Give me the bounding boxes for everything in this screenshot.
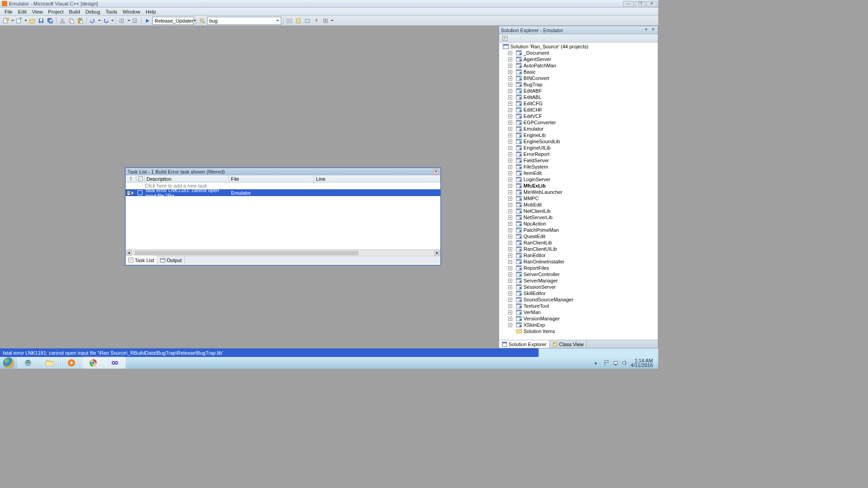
cut-button[interactable] bbox=[58, 17, 66, 25]
expander-icon[interactable]: + bbox=[508, 133, 512, 137]
project-mmpc[interactable]: +MMPC bbox=[499, 195, 658, 202]
start-debug-button[interactable] bbox=[143, 17, 151, 25]
tray-clock[interactable]: 1:14 AM 4/11/2016 bbox=[631, 358, 653, 367]
tray-volume-icon[interactable] bbox=[622, 360, 628, 366]
dropdown-icon[interactable] bbox=[24, 20, 27, 22]
project-servercontroller[interactable]: +ServerController bbox=[499, 271, 658, 277]
col-check[interactable]: ✓ bbox=[137, 175, 145, 182]
close-button[interactable]: ✕ bbox=[646, 1, 657, 7]
expander-icon[interactable]: + bbox=[508, 171, 512, 175]
expander-icon[interactable]: + bbox=[508, 51, 512, 55]
col-file[interactable]: File bbox=[229, 175, 314, 182]
menu-help[interactable]: Help bbox=[143, 9, 159, 14]
panel-close-button[interactable]: ✕ bbox=[650, 27, 656, 33]
expander-icon[interactable]: + bbox=[508, 95, 512, 99]
project-sessionserver[interactable]: +SessionServer bbox=[499, 284, 658, 290]
project-engineuilib[interactable]: +EngineUILib bbox=[499, 145, 658, 151]
expander-icon[interactable]: + bbox=[508, 159, 512, 163]
new-project-button[interactable] bbox=[2, 17, 10, 25]
config-combo[interactable]: Release_Updater bbox=[152, 17, 194, 25]
expander-icon[interactable]: + bbox=[508, 247, 512, 251]
expander-icon[interactable]: + bbox=[508, 235, 512, 239]
menu-view[interactable]: View bbox=[29, 9, 46, 14]
expander-icon[interactable]: + bbox=[508, 317, 512, 321]
project-editabf[interactable]: +EditABF bbox=[499, 88, 658, 94]
expander-icon[interactable]: + bbox=[508, 291, 512, 296]
expander-icon[interactable]: + bbox=[508, 272, 512, 277]
project-editvcf[interactable]: +EditVCF bbox=[499, 113, 658, 119]
nav-back-button[interactable] bbox=[118, 17, 126, 25]
expander-icon[interactable]: + bbox=[508, 152, 512, 156]
col-line[interactable]: Line bbox=[314, 175, 440, 182]
expander-icon[interactable]: + bbox=[508, 121, 512, 125]
tb-icon-c[interactable] bbox=[303, 17, 311, 25]
expander-icon[interactable]: + bbox=[508, 323, 512, 327]
tray-flag-icon[interactable] bbox=[604, 360, 610, 366]
project-versionmanager[interactable]: +VersionManager bbox=[499, 315, 658, 322]
dropdown-icon[interactable] bbox=[127, 20, 130, 22]
expander-icon[interactable]: + bbox=[508, 279, 512, 283]
tab-output[interactable]: Output bbox=[157, 256, 185, 264]
project-loginserver[interactable]: +LoginServer bbox=[499, 176, 658, 183]
project-editabl[interactable]: +EditABL bbox=[499, 94, 658, 100]
col-priority[interactable]: ! bbox=[126, 175, 137, 182]
tray-up-icon[interactable]: ▴ bbox=[594, 360, 601, 366]
tab-solution-explorer[interactable]: Solution Explorer bbox=[499, 340, 550, 348]
project-agentserver[interactable]: +AgentServer bbox=[499, 56, 658, 62]
expander-icon[interactable]: + bbox=[508, 203, 512, 207]
expander-icon[interactable]: + bbox=[508, 298, 512, 302]
expander-icon[interactable]: + bbox=[508, 228, 512, 232]
solution-explorer-titlebar[interactable]: Solution Explorer - Emulator ▾ ✕ bbox=[499, 26, 658, 34]
expander-icon[interactable]: + bbox=[508, 184, 512, 188]
add-item-button[interactable] bbox=[15, 17, 23, 25]
scroll-thumb[interactable] bbox=[135, 251, 359, 255]
scroll-right-button[interactable]: ▸ bbox=[434, 250, 440, 256]
expander-icon[interactable]: + bbox=[508, 108, 512, 112]
taskbar-media[interactable] bbox=[61, 357, 82, 368]
project-itemedit[interactable]: +ItemEdit bbox=[499, 170, 658, 176]
find-icon[interactable] bbox=[198, 17, 206, 25]
expander-icon[interactable]: + bbox=[508, 178, 512, 182]
project-xskinexp[interactable]: +XSkinExp bbox=[499, 322, 658, 328]
col-description[interactable]: Description bbox=[145, 175, 229, 182]
task-list-row[interactable]: fatal error LNK1181: cannot open input f… bbox=[126, 189, 440, 196]
maximize-button[interactable]: ❐ bbox=[635, 1, 646, 7]
solution-root[interactable]: Solution 'Ran_Source' (44 projects) bbox=[499, 43, 658, 50]
expander-icon[interactable]: + bbox=[508, 260, 512, 264]
project-reportfiles[interactable]: +ReportFiles bbox=[499, 265, 658, 271]
taskbar-ie[interactable] bbox=[18, 357, 38, 368]
tab-class-view[interactable]: Class View bbox=[550, 340, 587, 348]
project-egpconverter[interactable]: +EGPConverter bbox=[499, 119, 658, 126]
project-editcfg[interactable]: +EditCFG bbox=[499, 100, 658, 107]
task-list-titlebar[interactable]: Task List - 1 Build Error task shown (fi… bbox=[126, 168, 440, 175]
expander-icon[interactable]: + bbox=[508, 102, 512, 106]
start-button[interactable] bbox=[0, 357, 17, 369]
save-all-button[interactable] bbox=[46, 17, 54, 25]
dropdown-icon[interactable] bbox=[11, 20, 14, 22]
expander-icon[interactable]: + bbox=[508, 209, 512, 213]
expander-icon[interactable]: + bbox=[508, 222, 512, 226]
menu-window[interactable]: Window bbox=[120, 9, 143, 14]
expander-icon[interactable]: + bbox=[508, 216, 512, 220]
expander-icon[interactable]: + bbox=[508, 310, 512, 314]
find-combo[interactable]: bug bbox=[207, 17, 281, 25]
dropdown-icon[interactable] bbox=[331, 20, 334, 22]
redo-button[interactable] bbox=[102, 17, 110, 25]
paste-button[interactable] bbox=[76, 17, 85, 25]
expander-icon[interactable]: + bbox=[508, 70, 512, 74]
project-netclientlib[interactable]: +NetClientLib bbox=[499, 208, 658, 214]
undo-button[interactable] bbox=[89, 17, 97, 25]
expander-icon[interactable]: + bbox=[508, 127, 512, 131]
project-fieldserver[interactable]: +FieldServer bbox=[499, 157, 658, 164]
expander-icon[interactable]: + bbox=[508, 114, 512, 118]
tb-icon-a[interactable] bbox=[285, 17, 293, 25]
project-emulator[interactable]: +Emulator bbox=[499, 126, 658, 132]
expander-icon[interactable]: + bbox=[508, 64, 512, 68]
tray-network-icon[interactable] bbox=[613, 360, 619, 366]
project-servermanager[interactable]: +ServerManager bbox=[499, 277, 658, 284]
project-enginelib[interactable]: +EngineLib bbox=[499, 132, 658, 138]
menu-tools[interactable]: Tools bbox=[103, 9, 120, 14]
solexp-properties-button[interactable] bbox=[501, 34, 509, 42]
task-list-scrollbar[interactable]: ◂ ▸ bbox=[126, 249, 440, 256]
project-bugtrap[interactable]: +BugTrap bbox=[499, 81, 658, 88]
